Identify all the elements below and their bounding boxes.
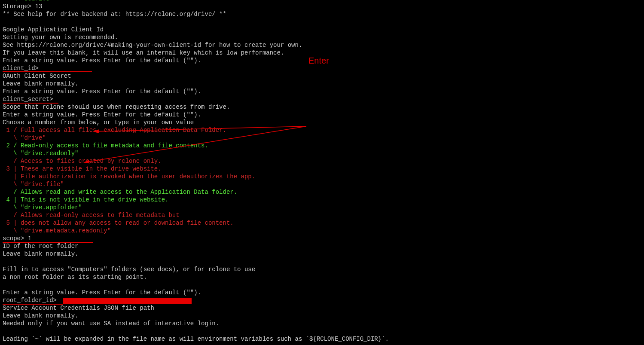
terminal-line: Needed only if you want use SA instead o… — [3, 320, 389, 327]
terminal-line: Leading `~` will be expanded in the file… — [3, 335, 389, 343]
terminal-text: root_folder_id> — [3, 297, 60, 304]
terminal-text: Needed only if you want use SA instead o… — [3, 320, 219, 327]
terminal-text: \ "drive" — [3, 134, 46, 141]
terminal-text: / Access to files created by rclone only… — [3, 158, 162, 165]
terminal-text: client_secret> — [3, 96, 53, 103]
terminal-line: 2 / Read-only access to file metadata an… — [3, 142, 389, 150]
terminal-text: 5 | does not allow any access to read or… — [3, 220, 234, 226]
terminal-line: Fill in to access "Computers" folders (s… — [3, 266, 389, 273]
terminal-line: OAuth Client Secret — [3, 72, 389, 80]
terminal-text: Scope that rclone should use when reques… — [3, 104, 230, 110]
terminal-line: scope> 1 — [3, 235, 389, 242]
terminal-line: client_secret> — [3, 95, 389, 103]
terminal-line: See https://rclone.org/drive/#making-you… — [3, 41, 389, 49]
annotation-underline — [3, 304, 63, 305]
terminal-line: Storage> 13 — [3, 3, 389, 10]
terminal-text: \ "scdrive" — [3, 0, 53, 2]
terminal-text: Setting your own is recommended. — [3, 34, 118, 41]
terminal-text: Leave blank normally. — [3, 80, 78, 87]
terminal-line — [3, 327, 389, 335]
terminal-text: / Allows read-only access to file metada… — [3, 212, 180, 219]
terminal-text: scope> 1 — [3, 235, 31, 242]
terminal-text: ID of the root folder — [3, 243, 78, 250]
terminal-line: / Access to files created by rclone only… — [3, 157, 389, 165]
terminal-text: Enter a string value. Press Enter for th… — [3, 57, 201, 64]
terminal-line: Service Account Credentials JSON file pa… — [3, 304, 389, 312]
terminal-line: Enter a string value. Press Enter for th… — [3, 111, 389, 119]
terminal-text: \ "drive.metadata.readonly" — [3, 227, 111, 234]
terminal-text: | File authorization is revoked when the… — [3, 173, 255, 180]
terminal-text: a non root folder as its starting point. — [3, 274, 147, 281]
terminal-line: 4 | This is not visible in the drive web… — [3, 196, 389, 204]
terminal-line — [3, 281, 389, 289]
terminal-text: Google Application Client Id — [3, 26, 104, 33]
terminal-output[interactable]: \ "scdrive"Storage> 13** See help for dr… — [3, 0, 389, 343]
terminal-line: Google Application Client Id — [3, 26, 389, 34]
terminal-text: ** See help for drive backend at: https:… — [3, 11, 226, 18]
terminal-text: Leading `~` will be expanded in the file… — [3, 336, 389, 342]
terminal-text: 2 / Read-only access to file metadata an… — [3, 142, 208, 149]
terminal-text: / Allows read and write access to the Ap… — [3, 189, 237, 195]
terminal-text: \ "drive.file" — [3, 181, 64, 188]
terminal-text: \ "drive.appfolder" — [3, 204, 82, 211]
terminal-text: Storage> 13 — [3, 3, 42, 10]
terminal-text: Choose a number from below, or type in y… — [3, 119, 194, 126]
terminal-line: 1 / Full access all files, excluding App… — [3, 126, 389, 134]
terminal-line: \ "drive" — [3, 134, 389, 142]
annotation-redaction — [63, 298, 192, 304]
terminal-text: If you leave this blank, it will use an … — [3, 49, 284, 56]
annotation-underline — [3, 103, 58, 104]
terminal-line: 5 | does not allow any access to read or… — [3, 219, 389, 227]
terminal-text: 4 | This is not visible in the drive web… — [3, 196, 168, 203]
terminal-line: \ "drive.appfolder" — [3, 204, 389, 211]
terminal-line: Setting your own is recommended. — [3, 34, 389, 41]
terminal-text: client_id> — [3, 65, 39, 72]
terminal-line: \ "drive.readonly" — [3, 150, 389, 157]
annotation-underline — [3, 71, 92, 72]
terminal-line: \ "drive.file" — [3, 180, 389, 188]
terminal-text: Service Account Credentials JSON file pa… — [3, 305, 154, 311]
terminal-line: Scope that rclone should use when reques… — [3, 103, 389, 111]
terminal-line: Leave blank normally. — [3, 80, 389, 88]
terminal-line: 3 | These are visible in the drive websi… — [3, 165, 389, 173]
terminal-line: Enter a string value. Press Enter for th… — [3, 88, 389, 95]
terminal-text: Enter a string value. Press Enter for th… — [3, 111, 201, 118]
terminal-text: Enter a string value. Press Enter for th… — [3, 289, 201, 296]
annotation-underline — [3, 242, 93, 243]
terminal-line: a non root folder as its starting point. — [3, 273, 389, 281]
terminal-line — [3, 18, 389, 26]
terminal-text: \ "drive.readonly" — [3, 150, 78, 157]
terminal-line: Choose a number from below, or type in y… — [3, 119, 389, 126]
terminal-line: Enter a string value. Press Enter for th… — [3, 57, 389, 64]
terminal-line: Leave blank normally. — [3, 312, 389, 320]
terminal-line: ID of the root folder — [3, 242, 389, 250]
terminal-text: Fill in to access "Computers" folders (s… — [3, 266, 255, 273]
terminal-line — [3, 258, 389, 266]
terminal-text: 1 / Full access all files, excluding App… — [3, 127, 226, 134]
terminal-text: Enter a string value. Press Enter for th… — [3, 88, 201, 95]
terminal-text: Leave blank normally. — [3, 312, 78, 319]
terminal-line: Leave blank normally. — [3, 250, 389, 258]
terminal-text: OAuth Client Secret — [3, 73, 71, 79]
terminal-line: ** See help for drive backend at: https:… — [3, 10, 389, 18]
terminal-line: Enter a string value. Press Enter for th… — [3, 289, 389, 296]
terminal-line: / Allows read-only access to file metada… — [3, 211, 389, 219]
terminal-line: | File authorization is revoked when the… — [3, 173, 389, 180]
terminal-line: \ "drive.metadata.readonly" — [3, 227, 389, 235]
annotation-enter-label: Enter — [308, 57, 329, 64]
terminal-text: See https://rclone.org/drive/#making-you… — [3, 42, 302, 49]
terminal-line: If you leave this blank, it will use an … — [3, 49, 389, 57]
terminal-line: / Allows read and write access to the Ap… — [3, 188, 389, 196]
terminal-text: 3 | These are visible in the drive websi… — [3, 165, 162, 172]
terminal-line: root_folder_id> — [3, 296, 389, 304]
terminal-text: Leave blank normally. — [3, 250, 78, 257]
